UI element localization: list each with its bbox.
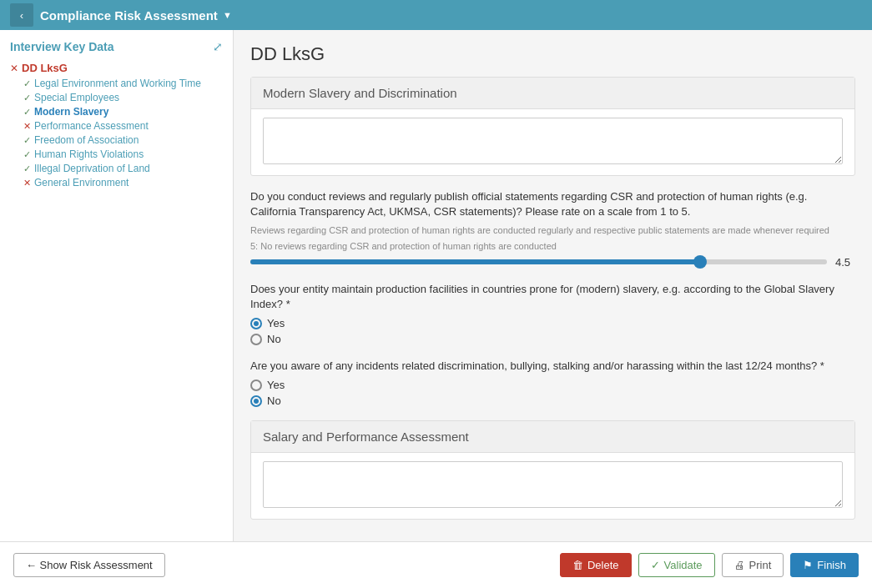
finish-icon: ⚑ xyxy=(803,559,813,571)
root-item-label: DD LksG xyxy=(22,62,68,74)
radio-group-q3: Yes No xyxy=(250,379,855,407)
sidebar-item-modern-slavery[interactable]: ✓ Modern Slavery xyxy=(23,106,223,118)
question-facilities-text: Does your entity maintain production fac… xyxy=(250,282,855,312)
item-label: Human Rights Violations xyxy=(34,148,144,160)
radio-circle-yes xyxy=(250,318,262,329)
sidebar-header: Interview Key Data ⤢ xyxy=(10,40,223,53)
sidebar: Interview Key Data ⤢ ✕ DD LksG ✓ Legal E… xyxy=(0,30,234,588)
item-label: Performance Assessment xyxy=(34,120,149,132)
radio-label-no: No xyxy=(267,333,281,345)
check-icon: ✓ xyxy=(23,93,31,103)
print-label: Print xyxy=(749,559,772,571)
hint-text-1: Reviews regarding CSR and protection of … xyxy=(250,224,855,237)
radio-no-q2[interactable]: No xyxy=(250,333,855,345)
check-icon: ✓ xyxy=(23,135,31,146)
section-salary-performance: Salary and Performance Assessment xyxy=(250,420,855,520)
show-risk-label: ← Show Risk Assessment xyxy=(26,559,153,571)
sidebar-item-freedom-of-association[interactable]: ✓ Freedom of Association xyxy=(23,134,223,146)
item-label: Legal Environment and Working Time xyxy=(34,78,201,89)
sidebar-item-illegal-deprivation[interactable]: ✓ Illegal Deprivation of Land xyxy=(23,163,223,174)
radio-label-yes-q3: Yes xyxy=(267,379,285,391)
question-incidents-discrimination: Are you aware of any incidents related d… xyxy=(250,359,855,407)
x-icon: ✕ xyxy=(23,121,31,132)
print-icon: 🖨 xyxy=(734,559,745,571)
slider-thumb[interactable] xyxy=(693,255,707,269)
section-modern-slavery: Modern Slavery and Discrimination xyxy=(250,77,855,176)
sidebar-item-special-employees[interactable]: ✓ Special Employees xyxy=(23,92,223,103)
expand-icon[interactable]: ⤢ xyxy=(213,40,223,53)
slider-value: 4.5 xyxy=(835,256,855,269)
slider-container: 4.5 xyxy=(250,256,855,269)
sidebar-item-general-environment[interactable]: ✕ General Environment xyxy=(23,177,223,188)
header-dropdown-icon[interactable]: ▼ xyxy=(223,10,232,20)
slider-track[interactable] xyxy=(250,259,827,264)
validate-icon: ✓ xyxy=(651,559,660,571)
section-body-salary xyxy=(251,453,854,519)
root-item-x-icon: ✕ xyxy=(10,63,18,74)
radio-circle-no xyxy=(250,334,262,345)
radio-circle-yes-q3 xyxy=(250,379,262,391)
page-title: DD LksG xyxy=(250,43,855,65)
main-content: DD LksG Modern Slavery and Discriminatio… xyxy=(234,30,872,588)
question-production-facilities: Does your entity maintain production fac… xyxy=(250,282,855,345)
main-layout: Interview Key Data ⤢ ✕ DD LksG ✓ Legal E… xyxy=(0,30,872,588)
item-label: Freedom of Association xyxy=(34,134,139,146)
section-header-salary: Salary and Performance Assessment xyxy=(251,421,854,453)
sidebar-title: Interview Key Data xyxy=(10,40,114,53)
radio-circle-no-q3 xyxy=(250,395,262,407)
check-icon: ✓ xyxy=(23,149,31,160)
footer-right: 🗑 Delete ✓ Validate 🖨 Print ⚑ Finish xyxy=(560,553,859,577)
footer-left: ← Show Risk Assessment xyxy=(13,553,165,577)
validate-button[interactable]: ✓ Validate xyxy=(638,553,715,577)
check-icon: ✓ xyxy=(23,78,31,89)
sidebar-root-group: ✕ DD LksG ✓ Legal Environment and Workin… xyxy=(10,62,223,188)
sidebar-item-human-rights[interactable]: ✓ Human Rights Violations xyxy=(23,148,223,160)
delete-icon: 🗑 xyxy=(572,559,583,571)
slider-fill xyxy=(250,259,700,264)
radio-no-q3[interactable]: No xyxy=(250,395,855,407)
radio-label-yes: Yes xyxy=(267,317,285,329)
app-header: ‹ Compliance Risk Assessment ▼ xyxy=(0,0,872,30)
item-label-modern-slavery: Modern Slavery xyxy=(34,106,108,118)
item-label: Illegal Deprivation of Land xyxy=(34,163,150,174)
question-incidents-text: Are you aware of any incidents related d… xyxy=(250,359,855,374)
print-button[interactable]: 🖨 Print xyxy=(722,553,784,577)
show-risk-assessment-button[interactable]: ← Show Risk Assessment xyxy=(13,553,165,577)
validate-label: Validate xyxy=(664,559,703,571)
x-icon: ✕ xyxy=(23,178,31,188)
item-label: Special Employees xyxy=(34,92,119,103)
sidebar-root-item[interactable]: ✕ DD LksG xyxy=(10,62,223,74)
radio-yes-q3[interactable]: Yes xyxy=(250,379,855,391)
section-body-modern-slavery xyxy=(251,109,854,175)
finish-button[interactable]: ⚑ Finish xyxy=(790,553,859,577)
check-icon: ✓ xyxy=(23,107,31,118)
section-header-modern-slavery: Modern Slavery and Discrimination xyxy=(251,78,854,109)
question-csr-reviews: Do you conduct reviews and regularly pub… xyxy=(250,189,855,269)
header-title-text: Compliance Risk Assessment xyxy=(40,8,218,23)
item-label: General Environment xyxy=(34,177,129,188)
sidebar-sub-items: ✓ Legal Environment and Working Time ✓ S… xyxy=(23,78,223,188)
finish-label: Finish xyxy=(817,559,846,571)
section-textarea-modern-slavery[interactable] xyxy=(263,118,843,164)
radio-label-no-q3: No xyxy=(267,395,281,407)
section-textarea-salary[interactable] xyxy=(263,461,843,508)
back-button[interactable]: ‹ xyxy=(10,3,33,27)
app-title: Compliance Risk Assessment ▼ xyxy=(40,8,232,23)
sidebar-item-performance-assessment[interactable]: ✕ Performance Assessment xyxy=(23,120,223,132)
radio-yes-q2[interactable]: Yes xyxy=(250,317,855,329)
scale-label: 5: No reviews regarding CSR and protecti… xyxy=(250,241,855,251)
check-icon: ✓ xyxy=(23,163,31,174)
delete-button[interactable]: 🗑 Delete xyxy=(560,553,632,577)
delete-label: Delete xyxy=(587,559,619,571)
radio-group-q2: Yes No xyxy=(250,317,855,345)
sidebar-item-legal-environment[interactable]: ✓ Legal Environment and Working Time xyxy=(23,78,223,89)
footer: ← Show Risk Assessment 🗑 Delete ✓ Valida… xyxy=(0,541,872,588)
question-csr-text: Do you conduct reviews and regularly pub… xyxy=(250,189,855,219)
